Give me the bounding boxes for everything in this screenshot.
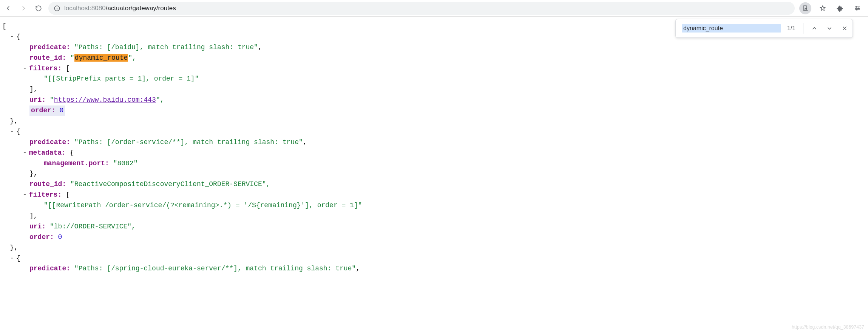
find-next-button[interactable] xyxy=(824,23,835,34)
find-in-page-icon[interactable] xyxy=(799,2,811,14)
json-viewer: [ -{ predicate: "Paths: [/baidu], match … xyxy=(0,17,868,279)
json-line-predicate: predicate: "Paths: [/spring-cloud-eureka… xyxy=(29,264,866,274)
json-line-route-id: route_id: "dynamic_route", xyxy=(29,53,866,64)
json-line-uri: uri: "lb://ORDER-SERVICE", xyxy=(29,222,866,232)
svg-point-11 xyxy=(856,9,857,10)
json-line-metadata-close: }, xyxy=(29,169,866,179)
bookmark-star-icon[interactable] xyxy=(817,2,829,14)
forward-button[interactable] xyxy=(18,3,29,14)
settings-menu-icon[interactable] xyxy=(851,2,863,14)
json-line-order: order: 0 xyxy=(29,105,866,116)
find-count: 1/1 xyxy=(785,25,798,32)
collapse-toggle-icon[interactable]: - xyxy=(23,191,27,199)
toolbar-actions xyxy=(799,2,865,14)
collapse-toggle-icon[interactable]: - xyxy=(10,33,14,40)
url-port: :8080 xyxy=(90,5,106,12)
json-line-predicate: predicate: "Paths: [/order-service/**], … xyxy=(29,137,866,148)
reload-button[interactable] xyxy=(33,3,44,14)
url-host: localhost xyxy=(64,5,90,12)
collapse-toggle-icon[interactable]: - xyxy=(23,149,27,157)
search-match-highlight: dynamic_route xyxy=(74,54,128,62)
site-info-icon[interactable] xyxy=(54,5,60,12)
browser-toolbar: localhost:8080/actuator/gateway/routes xyxy=(0,0,868,17)
find-prev-button[interactable] xyxy=(809,23,820,34)
json-object-open: -{ xyxy=(10,127,866,137)
json-line-filter-item: "[[StripPrefix parts = 1], order = 1]" xyxy=(44,74,866,84)
uri-link[interactable]: https://www.baidu.com:443 xyxy=(54,96,156,104)
collapse-toggle-icon[interactable]: - xyxy=(23,65,27,72)
find-term[interactable]: dynamic_route xyxy=(682,24,781,33)
collapse-toggle-icon[interactable]: - xyxy=(10,128,14,135)
find-separator xyxy=(803,23,803,34)
find-in-page-bar: dynamic_route 1/1 xyxy=(675,19,853,38)
collapse-toggle-icon[interactable]: - xyxy=(10,254,14,262)
back-button[interactable] xyxy=(3,3,14,14)
json-line-filters-close: ], xyxy=(29,211,866,222)
json-line-predicate: predicate: "Paths: [/baidu], match trail… xyxy=(29,42,866,53)
json-line-metadata-item: management.port: "8082" xyxy=(44,158,866,169)
json-line-route-id: route_id: "ReactiveCompositeDiscoveryCli… xyxy=(29,179,866,190)
url-path: /actuator/gateway/routes xyxy=(106,5,176,12)
svg-line-5 xyxy=(806,10,808,11)
svg-point-9 xyxy=(856,6,857,7)
url-text: localhost:8080/actuator/gateway/routes xyxy=(64,5,176,12)
json-line-filters: -filters: [ xyxy=(29,64,866,74)
json-line-uri: uri: "https://www.baidu.com:443", xyxy=(29,95,866,105)
extensions-icon[interactable] xyxy=(834,2,846,14)
json-line-metadata: -metadata: { xyxy=(29,148,866,158)
json-line-filters: -filters: [ xyxy=(29,190,866,200)
address-bar[interactable]: localhost:8080/actuator/gateway/routes xyxy=(48,2,795,15)
find-close-button[interactable] xyxy=(839,23,850,34)
json-object-close: }, xyxy=(10,116,866,127)
svg-point-10 xyxy=(858,8,859,8)
json-object-close: }, xyxy=(10,243,866,253)
json-line-filter-item: "[[RewritePath /order-service/(?<remaini… xyxy=(44,200,866,211)
json-line-order: order: 0 xyxy=(29,232,866,243)
json-line-filters-close: ], xyxy=(29,84,866,95)
json-object-open: -{ xyxy=(10,253,866,264)
